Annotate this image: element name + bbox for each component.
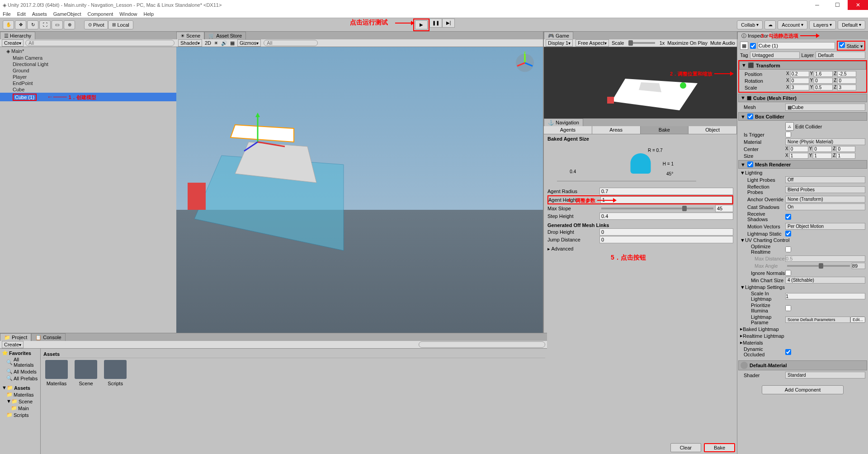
- dynocc-checkbox[interactable]: [785, 349, 791, 355]
- edit-collider-button[interactable]: ஃ: [785, 122, 794, 131]
- maximize-button[interactable]: ☐: [827, 0, 848, 10]
- uvcharting-foldout[interactable]: ▼ UV Charting Control: [740, 237, 865, 243]
- project-search[interactable]: [419, 341, 545, 348]
- inspector-tab[interactable]: ⓘ Inspector: [737, 32, 772, 39]
- folder-scripts[interactable]: Scripts: [104, 360, 127, 386]
- hierarchy-create[interactable]: Create ▾: [2, 39, 24, 47]
- layer-dropdown[interactable]: Default: [816, 52, 865, 59]
- hierarchy-search[interactable]: [25, 40, 175, 46]
- size-x[interactable]: [789, 153, 808, 159]
- project-tab[interactable]: 📁 Project: [0, 333, 31, 341]
- navigation-tab[interactable]: ⚓ Navigation: [544, 118, 583, 126]
- hierarchy-tab[interactable]: ☰ Hierarchy: [0, 32, 35, 40]
- fav-models[interactable]: 🔍 All Models: [1, 368, 39, 375]
- play-button[interactable]: ▶: [415, 20, 428, 29]
- menu-file[interactable]: File: [2, 11, 12, 17]
- scalelm-input[interactable]: [785, 293, 865, 299]
- center-z[interactable]: [836, 146, 855, 152]
- tag-dropdown[interactable]: Untagged: [750, 52, 800, 59]
- menu-component[interactable]: Component: [86, 11, 114, 17]
- anchor-field[interactable]: None (Transform): [785, 196, 865, 203]
- hierarchy-item[interactable]: Main Camera: [0, 55, 176, 61]
- tree-materilas[interactable]: 📁 Materilas: [1, 391, 39, 398]
- transform-header[interactable]: ▼ ⬛ Transform: [739, 61, 866, 70]
- fav-materials[interactable]: 🔍 All Materials: [1, 356, 39, 368]
- favorites-header[interactable]: ⭐ Favorites: [1, 350, 39, 356]
- nav-bake-button[interactable]: Bake: [704, 443, 735, 452]
- lmstatic-checkbox[interactable]: [785, 231, 791, 236]
- jump-distance-input[interactable]: [599, 236, 733, 243]
- motionvec-dropdown[interactable]: Per Object Motion: [785, 223, 865, 230]
- scene-gizmos[interactable]: Gizmos ▾: [237, 39, 261, 47]
- center-x[interactable]: [789, 146, 808, 152]
- static-checkbox[interactable]: [839, 42, 845, 48]
- fav-prefabs[interactable]: 🔍 All Prefabs: [1, 375, 39, 382]
- scl-x[interactable]: [790, 85, 809, 90]
- materials-foldout[interactable]: ▸ Materials: [740, 339, 865, 346]
- breadcrumb[interactable]: Assets: [42, 350, 545, 358]
- max-slope-slider[interactable]: [601, 208, 713, 209]
- shader-dropdown[interactable]: Standard: [785, 372, 865, 378]
- layout-dropdown[interactable]: Default ▾: [838, 20, 865, 29]
- step-button[interactable]: ▶|: [442, 19, 455, 28]
- hierarchy-item[interactable]: Player: [0, 74, 176, 80]
- agent-height-input[interactable]: [600, 196, 732, 203]
- game-maximize[interactable]: Maximize On Play: [667, 40, 708, 46]
- recvshadows-checkbox[interactable]: [785, 214, 791, 220]
- hierarchy-item[interactable]: Ground: [0, 67, 176, 74]
- optrealtime-checkbox[interactable]: [785, 246, 791, 252]
- layers-dropdown[interactable]: Layers ▾: [809, 20, 836, 29]
- nav-object-tab[interactable]: Object: [689, 126, 737, 134]
- game-aspect[interactable]: Free Aspect ▾: [576, 39, 609, 47]
- game-scale-slider[interactable]: [628, 42, 655, 44]
- max-slope-input[interactable]: [715, 205, 733, 212]
- istrigger-checkbox[interactable]: [785, 132, 791, 137]
- rot-x[interactable]: [790, 78, 809, 84]
- drop-height-input[interactable]: [599, 228, 733, 236]
- console-tab[interactable]: 📋 Console: [31, 333, 65, 341]
- mesh-field[interactable]: ▦ Cube: [785, 104, 865, 111]
- scl-z[interactable]: [837, 85, 856, 90]
- local-toggle[interactable]: ⊞ Local: [108, 20, 133, 29]
- hierarchy-item[interactable]: Directional Light: [0, 61, 176, 67]
- lmparam-edit[interactable]: Edit...: [850, 317, 865, 323]
- menu-window[interactable]: Window: [118, 11, 138, 17]
- hierarchy-item[interactable]: Cube: [0, 86, 176, 93]
- material-header[interactable]: Default-Material: [738, 360, 867, 370]
- gameobject-name[interactable]: [758, 42, 835, 49]
- scale-tool[interactable]: ⛶: [39, 20, 51, 29]
- size-z[interactable]: [836, 153, 855, 159]
- castshadows-dropdown[interactable]: On: [785, 203, 865, 210]
- size-y[interactable]: [813, 153, 832, 159]
- menu-assets[interactable]: Assets: [31, 11, 48, 17]
- tree-main[interactable]: 📁 Main: [1, 405, 39, 411]
- nav-areas-tab[interactable]: Areas: [592, 126, 641, 134]
- pause-button[interactable]: ❚❚: [429, 19, 442, 28]
- step-height-input[interactable]: [599, 213, 733, 220]
- assetstore-tab[interactable]: 🛒 Asset Store: [204, 32, 246, 39]
- pos-x[interactable]: [790, 71, 809, 77]
- game-tab[interactable]: 🎮 Game: [544, 32, 573, 39]
- scene-tab[interactable]: ☀ Scene: [176, 32, 204, 39]
- folder-scene[interactable]: Scene: [75, 360, 97, 386]
- boxcollider-enabled[interactable]: [747, 114, 753, 119]
- rot-y[interactable]: [814, 78, 833, 84]
- lighting-foldout[interactable]: ▼ Lighting: [740, 170, 865, 176]
- assets-header[interactable]: ▼📁 Assets: [1, 384, 39, 391]
- minimize-button[interactable]: ─: [807, 0, 827, 10]
- hand-tool[interactable]: ✋: [3, 20, 14, 29]
- menu-gameobject[interactable]: GameObject: [52, 11, 82, 17]
- add-component-button[interactable]: Add Component: [762, 385, 844, 394]
- meshfilter-header[interactable]: ▼ ▦ Cube (Mesh Filter): [738, 94, 867, 102]
- hierarchy-item-selected[interactable]: Cube (1) ←─── 1．创建模型: [0, 93, 176, 101]
- scl-y[interactable]: [814, 85, 833, 90]
- hierarchy-scene[interactable]: ◈ Main*: [0, 48, 176, 55]
- ignorenorm-checkbox[interactable]: [785, 270, 791, 276]
- realtimelm-foldout[interactable]: ▸ Realtime Lightmap: [740, 332, 865, 339]
- pos-y[interactable]: [814, 71, 833, 77]
- lightprobes-dropdown[interactable]: Off: [785, 176, 865, 183]
- agent-radius-input[interactable]: [599, 188, 733, 195]
- advanced-foldout[interactable]: ▸ Advanced: [547, 246, 733, 252]
- folder-materilas[interactable]: Materilas: [45, 360, 68, 386]
- minchart-dropdown[interactable]: 4 (Stitchable): [785, 277, 865, 284]
